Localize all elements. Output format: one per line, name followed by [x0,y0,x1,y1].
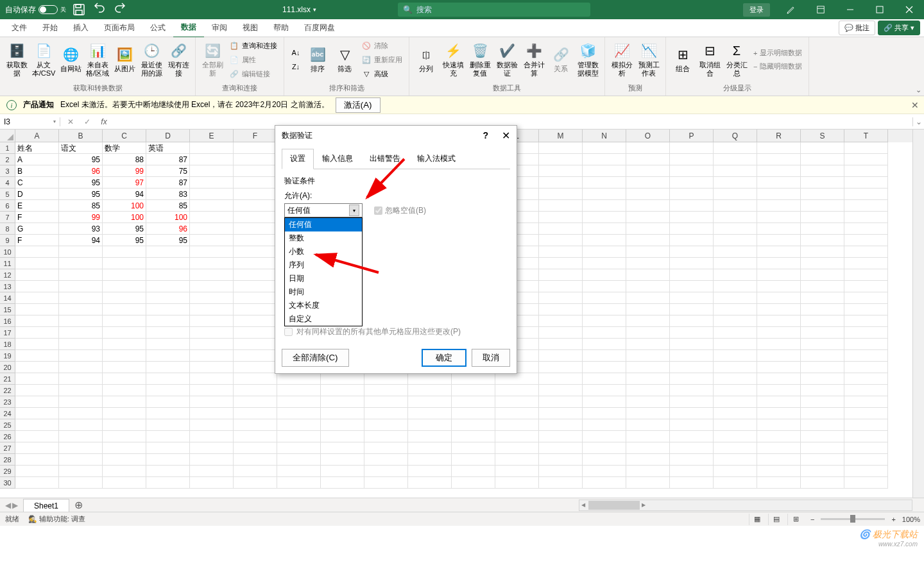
cell[interactable] [714,154,757,165]
cell[interactable]: 94 [103,189,146,200]
cell[interactable] [844,315,888,327]
zoom-out-button[interactable]: − [810,516,814,523]
row-header[interactable]: 11 [0,258,15,269]
cell[interactable] [452,431,495,442]
cell[interactable] [583,258,626,269]
cell[interactable] [670,477,714,489]
cell[interactable] [583,281,626,292]
cell[interactable] [583,454,626,466]
cell[interactable] [452,419,495,431]
cell[interactable] [408,431,452,442]
cell[interactable] [103,281,146,292]
column-header[interactable]: B [59,130,103,142]
cell[interactable] [670,292,714,304]
dropdown-option[interactable]: 日期 [285,272,362,285]
cell[interactable] [757,154,801,165]
tab-insert[interactable]: 插入 [65,19,96,37]
cell[interactable] [146,466,190,477]
chevron-down-icon[interactable]: ▾ [349,205,359,216]
row-header[interactable]: 6 [0,200,15,212]
cell[interactable] [626,258,670,269]
cell[interactable] [234,246,277,258]
cell[interactable]: 数学 [103,142,146,154]
pen-icon[interactable] [776,0,806,19]
cell[interactable] [801,292,844,304]
cell[interactable] [757,246,801,258]
row-header[interactable]: 1 [0,142,15,154]
cell[interactable] [844,258,888,269]
cell[interactable] [234,339,277,350]
allow-combobox[interactable]: 任何值 ▾ 任何值整数小数序列日期时间文本长度自定义 [284,203,363,217]
cell[interactable] [583,246,626,258]
ungroup-button[interactable]: ⊟取消组合 [697,38,723,81]
cell[interactable] [539,339,583,350]
cell[interactable] [103,292,146,304]
data-model-button[interactable]: 🧊管理数据模型 [575,38,601,81]
cell[interactable] [452,396,495,408]
column-header[interactable]: N [583,130,626,142]
cell[interactable] [844,373,888,385]
cell[interactable] [15,408,59,419]
cell[interactable] [757,200,801,212]
cell[interactable]: 85 [59,200,103,212]
cell[interactable]: 100 [103,212,146,223]
save-icon[interactable] [71,2,87,17]
cell[interactable] [801,177,844,189]
cell[interactable] [583,373,626,385]
cell[interactable] [626,235,670,246]
cell[interactable] [801,212,844,223]
cell[interactable] [714,212,757,223]
cell[interactable] [539,396,583,408]
cell[interactable]: B [15,165,59,177]
cell[interactable] [321,408,364,419]
cell[interactable] [234,385,277,396]
row-headers[interactable]: 1234567891011121314151617181920212223242… [0,142,15,489]
cell[interactable] [146,327,190,339]
cell[interactable]: 96 [146,223,190,235]
row-header[interactable]: 15 [0,304,15,315]
cell[interactable] [844,292,888,304]
cell[interactable] [234,165,277,177]
cell[interactable] [15,454,59,466]
cell[interactable] [190,177,234,189]
cell[interactable] [583,339,626,350]
cell[interactable] [103,304,146,315]
cell[interactable] [59,246,103,258]
dropdown-option[interactable]: 序列 [285,258,362,272]
row-header[interactable]: 21 [0,373,15,385]
cell[interactable] [146,442,190,454]
cell[interactable]: A [15,154,59,165]
cell[interactable]: 99 [59,212,103,223]
cell[interactable]: D [15,189,59,200]
autosave-toggle[interactable]: 自动保存 关 [5,4,66,15]
cell[interactable] [539,454,583,466]
cell[interactable] [583,350,626,362]
cell[interactable] [626,350,670,362]
cell[interactable] [59,281,103,292]
cell[interactable] [844,223,888,235]
cell[interactable] [277,396,321,408]
cell[interactable] [234,396,277,408]
recent-sources-button[interactable]: 🕒最近使用的源 [139,38,164,81]
cell[interactable] [801,442,844,454]
cell[interactable] [670,246,714,258]
row-header[interactable]: 5 [0,189,15,200]
cell[interactable] [539,223,583,235]
cell[interactable] [714,165,757,177]
cell[interactable] [59,454,103,466]
undo-icon[interactable] [92,2,107,17]
cell[interactable] [234,177,277,189]
cell[interactable] [714,200,757,212]
cell[interactable] [844,339,888,350]
cell[interactable] [59,350,103,362]
cell[interactable] [495,373,539,385]
column-header[interactable]: T [844,130,888,142]
cell[interactable] [757,350,801,362]
cell[interactable] [15,396,59,408]
add-sheet-button[interactable]: ⊕ [69,499,88,511]
expand-formula-bar-icon[interactable]: ⌄ [912,117,924,126]
from-text-csv-button[interactable]: 📄从文本/CSV [31,38,56,81]
get-data-button[interactable]: 🗄️获取数据 [4,38,30,81]
cell[interactable] [757,431,801,442]
cell[interactable] [190,466,234,477]
